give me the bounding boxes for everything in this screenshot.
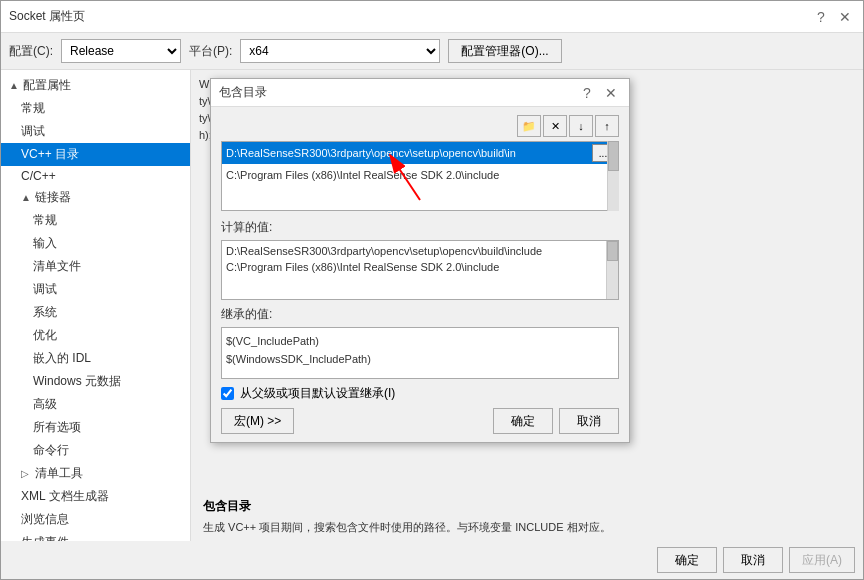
main-cancel-button[interactable]: 取消: [723, 547, 783, 573]
include-dirs-dialog[interactable]: 包含目录 ? ✕ 📁 ✕ ↓ ↑ ...: [210, 78, 630, 443]
sidebar-item-label: 优化: [33, 327, 57, 344]
dialog-action-buttons: 确定 取消: [493, 408, 619, 434]
sidebar-item-vc-dirs[interactable]: VC++ 目录: [1, 143, 190, 166]
sidebar-item-label: 系统: [33, 304, 57, 321]
config-manager-button[interactable]: 配置管理器(O)...: [448, 39, 561, 63]
sidebar-item-system[interactable]: 系统: [1, 301, 190, 324]
platform-label: 平台(P):: [189, 43, 232, 60]
sidebar-item-label: VC++ 目录: [21, 146, 79, 163]
sidebar-item-winmeta[interactable]: Windows 元数据: [1, 370, 190, 393]
help-button[interactable]: ?: [811, 7, 831, 27]
config-select[interactable]: Release: [61, 39, 181, 63]
path-list-wrapper: ...: [221, 141, 619, 211]
computed-box: D:\RealSenseSR300\3rdparty\opencv\setup\…: [221, 240, 619, 300]
sidebar-item-label: 高级: [33, 396, 57, 413]
close-button[interactable]: ✕: [835, 7, 855, 27]
inherit-checkbox[interactable]: [221, 387, 234, 400]
move-up-button[interactable]: ↑: [595, 115, 619, 137]
dialog-ok-button[interactable]: 确定: [493, 408, 553, 434]
expand-icon-linker: ▲: [21, 192, 33, 203]
sidebar-item-label: 配置属性: [23, 77, 71, 94]
sidebar-item-label: 调试: [21, 123, 45, 140]
include-toolbar: 📁 ✕ ↓ ↑: [221, 115, 619, 137]
dialog-footer: 宏(M) >> 确定 取消: [221, 408, 619, 434]
inherited-line-1: $(VC_IncludePath): [226, 332, 614, 350]
config-label: 配置(C):: [9, 43, 53, 60]
sidebar-item-label: 浏览信息: [21, 511, 69, 528]
move-down-button[interactable]: ↓: [569, 115, 593, 137]
sidebar-item-label: 所有选项: [33, 419, 81, 436]
expand-icon-config: ▲: [9, 80, 21, 91]
expand-icon-manifest: ▷: [21, 468, 33, 479]
sidebar-item-label: 调试: [33, 281, 57, 298]
dialog-content: 📁 ✕ ↓ ↑ ...: [211, 107, 629, 442]
delete-button[interactable]: ✕: [543, 115, 567, 137]
sidebar-item-advanced[interactable]: 高级: [1, 393, 190, 416]
dialog-title: 包含目录: [219, 84, 267, 101]
inherit-label: 从父级或项目默认设置继承(I): [240, 385, 395, 402]
sidebar-item-linker[interactable]: ▲ 链接器: [1, 186, 190, 209]
sidebar-item-browse-info[interactable]: 浏览信息: [1, 508, 190, 531]
sidebar-item-label: C/C++: [21, 169, 56, 183]
sidebar-item-label: 输入: [33, 235, 57, 252]
sidebar-item-general[interactable]: 常规: [1, 97, 190, 120]
computed-scrollbar-thumb[interactable]: [607, 241, 618, 261]
bottom-title: 包含目录: [203, 498, 851, 515]
sidebar-item-input[interactable]: 输入: [1, 232, 190, 255]
sidebar-item-manifest[interactable]: 清单文件: [1, 255, 190, 278]
platform-select[interactable]: x64: [240, 39, 440, 63]
path-item-1[interactable]: ...: [222, 142, 618, 164]
bottom-info-area: 包含目录 生成 VC++ 项目期间，搜索包含文件时使用的路径。与环境变量 INC…: [195, 492, 859, 537]
dialog-title-buttons: ? ✕: [577, 83, 621, 103]
dialog-title-bar: 包含目录 ? ✕: [211, 79, 629, 107]
title-bar: Socket 属性页 ? ✕: [1, 1, 863, 33]
computed-scrollbar[interactable]: [606, 241, 618, 299]
sidebar-item-all-opts[interactable]: 所有选项: [1, 416, 190, 439]
sidebar-item-label: 常规: [33, 212, 57, 229]
sidebar-item-label: 清单工具: [35, 465, 83, 482]
sidebar-item-build-events[interactable]: 生成事件: [1, 531, 190, 541]
path-list-scrollbar[interactable]: [607, 141, 619, 211]
sidebar-item-manifest-tool[interactable]: ▷ 清单工具: [1, 462, 190, 485]
bottom-desc: 生成 VC++ 项目期间，搜索包含文件时使用的路径。与环境变量 INCLUDE …: [203, 519, 851, 535]
main-apply-button[interactable]: 应用(A): [789, 547, 855, 573]
new-folder-button[interactable]: 📁: [517, 115, 541, 137]
sidebar-item-cmdline[interactable]: 命令行: [1, 439, 190, 462]
path-list[interactable]: ...: [221, 141, 619, 211]
sidebar-item-cpp[interactable]: C/C++: [1, 166, 190, 186]
inherited-label: 继承的值:: [221, 306, 619, 323]
dialog-help-button[interactable]: ?: [577, 83, 597, 103]
sidebar-item-optimize[interactable]: 优化: [1, 324, 190, 347]
inherit-checkbox-row: 从父级或项目默认设置继承(I): [221, 385, 619, 402]
inherited-line-2: $(WindowsSDK_IncludePath): [226, 350, 614, 368]
path-item-2[interactable]: [222, 164, 618, 186]
window-title: Socket 属性页: [9, 8, 85, 25]
main-bottom-buttons: 确定 取消 应用(A): [1, 541, 863, 579]
sidebar-item-debug[interactable]: 调试: [1, 120, 190, 143]
dialog-cancel-button[interactable]: 取消: [559, 408, 619, 434]
computed-line-1: D:\RealSenseSR300\3rdparty\opencv\setup\…: [226, 243, 614, 259]
sidebar-item-label: 常规: [21, 100, 45, 117]
sidebar-item-debug2[interactable]: 调试: [1, 278, 190, 301]
sidebar-item-label: 命令行: [33, 442, 69, 459]
path-input-2[interactable]: [226, 169, 614, 181]
sidebar-item-label: Windows 元数据: [33, 373, 121, 390]
computed-label: 计算的值:: [221, 219, 619, 236]
path-list-scrollbar-thumb[interactable]: [608, 141, 619, 171]
sidebar-item-label: 生成事件: [21, 534, 69, 541]
sidebar-item-label: 嵌入的 IDL: [33, 350, 91, 367]
dialog-close-button[interactable]: ✕: [601, 83, 621, 103]
sidebar-item-label: 清单文件: [33, 258, 81, 275]
path-input-1[interactable]: [226, 147, 588, 159]
inherited-box: $(VC_IncludePath) $(WindowsSDK_IncludePa…: [221, 327, 619, 379]
sidebar-item-idl[interactable]: 嵌入的 IDL: [1, 347, 190, 370]
computed-line-2: C:\Program Files (x86)\Intel RealSense S…: [226, 259, 614, 275]
sidebar-item-label: 链接器: [35, 189, 71, 206]
sidebar-item-general2[interactable]: 常规: [1, 209, 190, 232]
sidebar: ▲ 配置属性 常规 调试 VC++ 目录 C/C++ ▲ 链接器 常规: [1, 70, 191, 541]
sidebar-item-xml-doc[interactable]: XML 文档生成器: [1, 485, 190, 508]
sidebar-item-config-props[interactable]: ▲ 配置属性: [1, 74, 190, 97]
title-bar-buttons: ? ✕: [811, 7, 855, 27]
main-ok-button[interactable]: 确定: [657, 547, 717, 573]
macro-button[interactable]: 宏(M) >>: [221, 408, 294, 434]
